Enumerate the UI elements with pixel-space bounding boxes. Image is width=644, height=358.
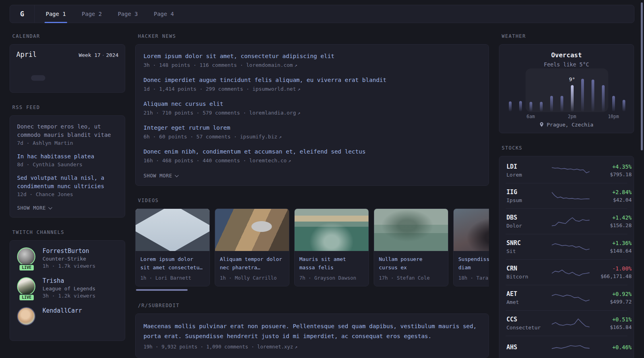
hackernews-item-stats: 1d · 1,414 points · 299 comments ·: [144, 86, 249, 92]
hackernews-item-title[interactable]: Donec enim nibh, condimentum et accumsan…: [144, 148, 366, 155]
video-card[interactable]: Lorem ipsum dolor sit amet consectetu… 1…: [135, 208, 210, 286]
weather-bar-column: [619, 71, 629, 119]
twitch-card: LIVE ForrestBurton Counter-Strike 1h · 1…: [10, 240, 125, 341]
weather-bar: [602, 85, 605, 111]
hackernews-item: Donec enim nibh, condimentum et accumsan…: [144, 148, 481, 163]
hackernews-item-domain[interactable]: ipsumify.biz: [240, 134, 277, 140]
rss-item[interactable]: In hac habitasse platea 8d · Cynthia Sau…: [17, 152, 118, 167]
video-title: Nullam posuere cursus ex: [379, 255, 443, 272]
hackernews-item-title[interactable]: Donec imperdiet augue tincidunt felis al…: [144, 77, 386, 83]
rss-item-title[interactable]: In hac habitasse platea: [17, 152, 118, 161]
calendar-day: [75, 75, 89, 81]
stock-price: $795.18: [594, 171, 632, 177]
section-label-stocks: STOCKS: [502, 145, 634, 151]
twitch-section: TWITCH CHANNELS LIVE ForrestBurton Count…: [10, 230, 125, 341]
nav-tab[interactable]: Page 1: [46, 5, 66, 23]
subreddit-post-title[interactable]: Maecenas mollis pulvinar erat non posuer…: [144, 321, 481, 342]
stock-row[interactable]: IIG Ipsum +2.84% $42.04: [506, 183, 627, 208]
twitch-channel-name: Trisha: [43, 277, 95, 284]
calendar-week: Week 17·2024: [79, 52, 118, 58]
stock-change: +1.42%: [594, 214, 632, 221]
rss-item-meta: 12d · Chance Jones: [17, 191, 118, 197]
stock-change: +0.51%: [594, 316, 632, 323]
hackernews-item: Donec imperdiet augue tincidunt felis al…: [144, 76, 481, 92]
subreddit-card: Maecenas mollis pulvinar erat non posuer…: [135, 313, 489, 358]
calendar-day: [31, 69, 46, 74]
app-logo: G: [10, 5, 35, 23]
nav-tab[interactable]: Page 4: [154, 5, 174, 23]
video-card[interactable]: Mauris sit amet massa felis 7h · Grayson…: [294, 208, 369, 286]
weather-card: Overcast Feels like 5°C 6am9°2pm10pm Pra…: [499, 44, 634, 133]
weather-bar-column: [557, 71, 567, 119]
twitch-channel-row[interactable]: LIVE ForrestBurton Counter-Strike 1h · 1…: [17, 247, 118, 269]
video-title: Lorem ipsum dolor sit amet consectetu…: [140, 255, 205, 272]
stock-row[interactable]: AET Amet +0.92% $499.72: [506, 285, 627, 310]
weather-bar-column: 6am: [526, 71, 536, 119]
stock-sparkline: [552, 341, 590, 355]
calendar-weekday: [75, 62, 89, 69]
video-card[interactable]: Nullam posuere cursus ex 17h · Stefan Co…: [374, 208, 448, 286]
rss-item-meta: 7d · Ashlyn Martin: [17, 140, 118, 146]
twitch-channel-name: ForrestBurton: [43, 247, 95, 255]
dot-separator: ·: [102, 52, 105, 58]
hackernews-item-title[interactable]: Lorem ipsum dolor sit amet, consectetur …: [144, 53, 334, 59]
stock-name: Lorem: [506, 172, 548, 178]
stock-row[interactable]: AHS +0.46%: [506, 336, 627, 358]
hackernews-item-stats: 16h · 468 points · 440 comments ·: [144, 158, 246, 163]
weather-bar: [519, 101, 522, 111]
hackernews-item-stats: 21h · 710 points · 579 comments ·: [144, 110, 246, 116]
stock-ticker: CCS: [506, 316, 548, 323]
hackernews-item-title[interactable]: Integer eget rutrum lorem: [144, 125, 230, 131]
videos-scrollbar-thumb[interactable]: [136, 289, 188, 291]
hackernews-item-domain[interactable]: loremdomain.com: [246, 62, 293, 68]
calendar-day: [16, 69, 31, 74]
nav-tab[interactable]: Page 2: [82, 5, 102, 23]
subreddit-post-domain[interactable]: loremnet.xyz: [257, 344, 293, 350]
nav-tab[interactable]: Page 3: [118, 5, 138, 23]
hackernews-item-title[interactable]: Aliquam nec cursus elit: [144, 101, 223, 107]
calendar-month: April: [16, 51, 37, 58]
hackernews-item: Integer eget rutrum lorem 6h · 60 points…: [144, 124, 481, 140]
stock-row[interactable]: CRN Bitcorn -1.00% $66,171.48: [506, 259, 627, 285]
nav-tabs: Page 1 Page 2 Page 3 Page 4: [35, 5, 174, 23]
rss-item[interactable]: Sed volutpat nulla nisl, a condimentum n…: [17, 174, 118, 197]
calendar-weekday: [60, 62, 75, 69]
hackernews-item-meta: 16h · 468 points · 440 comments · loremt…: [144, 158, 481, 163]
video-meta: 18h · Tara: [458, 275, 489, 281]
section-label-weather: WEATHER: [502, 33, 634, 39]
page-scrollbar-thumb[interactable]: [641, 2, 643, 150]
weather-bar-column: 10pm: [608, 71, 619, 119]
hackernews-item-domain[interactable]: loremlandia.org: [249, 110, 296, 116]
stock-ticker: IIG: [506, 189, 548, 196]
section-label-twitch: TWITCH CHANNELS: [12, 230, 125, 235]
stock-row[interactable]: DBS Dolor +1.42% $156.28: [506, 208, 627, 234]
stock-ticker: SNRC: [506, 239, 548, 247]
hackernews-item: Aliquam nec cursus elit 21h · 710 points…: [144, 100, 481, 116]
stock-change: +1.36%: [594, 240, 632, 246]
hackernews-show-more-button[interactable]: SHOW MORE: [144, 173, 178, 179]
video-thumbnail: [374, 209, 448, 251]
twitch-channel-row[interactable]: KendallCarr: [17, 307, 118, 325]
external-link-icon: ↗: [288, 158, 291, 163]
stock-row[interactable]: LDI Lorem +4.35% $795.18: [506, 158, 627, 183]
stock-name: Bitcorn: [506, 274, 548, 280]
hackernews-item-domain[interactable]: ipsumworld.net: [252, 86, 296, 92]
rss-item-title[interactable]: Sed volutpat nulla nisl, a condimentum n…: [17, 174, 118, 191]
weather-bar-column: [577, 71, 588, 119]
twitch-channel-row[interactable]: LIVE Trisha League of Legends 3h · 1.2k …: [17, 277, 118, 299]
stock-price: $42.04: [594, 197, 632, 203]
weather-section: WEATHER Overcast Feels like 5°C 6am9°2pm…: [499, 33, 634, 133]
video-thumbnail: [295, 209, 369, 251]
rss-show-more-button[interactable]: SHOW MORE: [17, 205, 52, 211]
stock-row[interactable]: CCS Consectetur +0.51% $165.84: [506, 310, 627, 336]
video-card[interactable]: Suspendisse diam 18h · Tara: [453, 208, 489, 286]
hackernews-list: Lorem ipsum dolor sit amet, consectetur …: [144, 52, 481, 163]
hackernews-item-domain[interactable]: loremtech.co: [249, 158, 287, 163]
calendar-day: [89, 75, 104, 81]
stock-sparkline: [552, 215, 590, 228]
rss-item-title[interactable]: Donec tempor eros leo, ut commodo mauris…: [17, 123, 118, 139]
avatar: [17, 307, 35, 325]
stock-row[interactable]: SNRC Sit +1.36% $148.64: [506, 234, 627, 259]
rss-item[interactable]: Donec tempor eros leo, ut commodo mauris…: [17, 123, 118, 146]
video-card[interactable]: Aliquam tempor dolor nec pharetra… 1h · …: [215, 208, 289, 286]
